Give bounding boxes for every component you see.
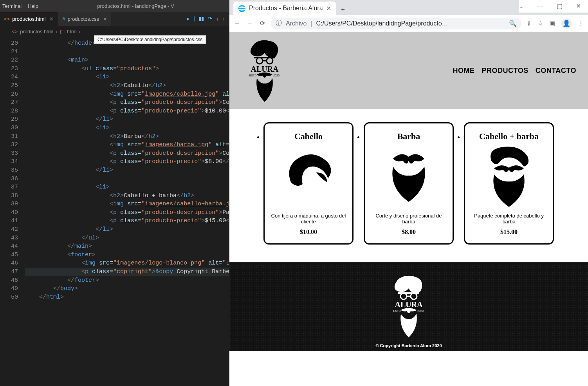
page-header: ALURA ESTD 2020 HOME PRODUCTOS CONTACTO [229, 32, 588, 109]
breadcrumb-file[interactable]: productos.html [20, 29, 53, 34]
chevron-down-icon[interactable]: ⌄ [519, 2, 524, 10]
svg-text:ALURA: ALURA [251, 65, 279, 73]
product-price: $10.00 [269, 228, 348, 236]
product-image [470, 147, 548, 206]
close-icon[interactable]: ✕ [326, 5, 331, 12]
menu-help[interactable]: Help [28, 3, 38, 9]
window-controls: ⌄ — ▢ ✕ [519, 0, 588, 13]
url-text: C:/Users/PC/Desktop/landidngPage/product… [316, 20, 505, 27]
svg-text:2020: 2020 [417, 310, 424, 312]
tab-label: productos.html [12, 16, 45, 22]
minimize-button[interactable]: — [537, 2, 543, 9]
chevron-right-icon: › [79, 29, 80, 34]
code-editor[interactable]: 2021222324252627282930313233343536373839… [0, 37, 229, 386]
new-tab-button[interactable]: ＋ [337, 4, 348, 15]
svg-text:2020: 2020 [273, 74, 280, 77]
product-description: Paquete completo de cabello y barba [470, 213, 548, 225]
html-element-icon: ⬚ [60, 29, 65, 34]
window-title: productos.html - landidngPage - V [45, 3, 227, 9]
page-footer: ALURA ESTD 2020 © Copyright Barbería Alu… [229, 262, 588, 351]
svg-text:ESTD: ESTD [393, 310, 401, 312]
product-description: Corte y diseño profesional de barba [370, 213, 448, 225]
product-image [370, 147, 448, 206]
line-number-gutter: 2021222324252627282930313233343536373839… [0, 39, 25, 386]
nav-contacto[interactable]: CONTACTO [536, 67, 576, 75]
info-icon[interactable]: ⓘ [276, 19, 282, 27]
tab-title: Productos - Barbería Alura [249, 5, 323, 12]
debug-step-out-icon[interactable]: ↑ [223, 16, 225, 22]
chevron-right-icon: › [56, 29, 57, 34]
product-card: BarbaCorte y diseño profesional de barba… [364, 122, 454, 245]
kebab-menu-icon[interactable]: ⋮ [578, 20, 584, 27]
product-title: Cabello + barba [470, 131, 548, 141]
product-card: CabelloCon tijera o máquina, a gusto del… [263, 122, 354, 245]
main-nav: HOME PRODUCTOS CONTACTO [453, 67, 576, 75]
tab-productos-css[interactable]: # productos.css ✕ [58, 12, 111, 26]
chrome-window: 🌐 Productos - Barbería Alura ✕ ＋ ⌄ — ▢ ✕… [229, 0, 588, 386]
chrome-toolbar: ← → ⟳ ⓘ Archivo | C:/Users/PC/Desktop/la… [229, 15, 588, 32]
globe-icon: 🌐 [238, 5, 246, 12]
svg-point-2 [267, 58, 273, 64]
back-button[interactable]: ← [233, 20, 241, 27]
extensions-icon[interactable]: ▣ [549, 20, 555, 27]
vscode-window: Terminal Help productos.html - landidngP… [0, 0, 229, 386]
copyright-text: © Copyright Barbería Alura 2020 [229, 343, 588, 348]
address-bar[interactable]: ⓘ Archivo | C:/Users/PC/Desktop/landidng… [271, 18, 521, 29]
svg-point-9 [411, 293, 417, 299]
product-price: $15.00 [470, 228, 548, 236]
nav-home[interactable]: HOME [453, 67, 474, 75]
product-price: $8.00 [370, 228, 448, 236]
product-image [269, 147, 348, 206]
reload-button[interactable]: ⟳ [258, 20, 266, 27]
url-prefix: Archivo [286, 20, 307, 27]
product-title: Barba [370, 131, 448, 141]
rendered-page[interactable]: ALURA ESTD 2020 HOME PRODUCTOS CONTACTO … [229, 32, 588, 386]
product-description: Con tijera o máquina, a gusto del client… [269, 213, 348, 225]
share-icon[interactable]: ⇪ [526, 20, 531, 27]
toolbar-right: ⇪ ☆ ▣ 👤 ⋮ [526, 18, 584, 29]
html-file-icon: <> [12, 29, 18, 34]
maximize-button[interactable]: ▢ [557, 2, 563, 10]
debug-pause-icon[interactable]: ▮▮ [198, 16, 204, 22]
bookmark-icon[interactable]: ☆ [537, 20, 543, 27]
profile-avatar[interactable]: 👤 [561, 18, 572, 29]
breadcrumb: <> productos.html › ⬚ html › C:\Users\PC… [0, 26, 229, 37]
debug-toolbar: ▸⎹ ▮▮ ↷ ↓ ↑ [187, 16, 229, 22]
menu-terminal[interactable]: Terminal [2, 3, 22, 9]
close-icon[interactable]: ✕ [49, 16, 54, 22]
svg-point-1 [256, 58, 263, 64]
breadcrumb-segment[interactable]: html [67, 29, 77, 34]
brand-logo: ALURA ESTD 2020 [241, 37, 288, 104]
debug-step-over-icon[interactable]: ↷ [208, 16, 212, 22]
css-file-icon: # [62, 16, 65, 22]
product-title: Cabello [269, 131, 348, 141]
alura-logo-icon: ALURA ESTD 2020 [243, 37, 286, 104]
nav-productos[interactable]: PRODUCTOS [482, 67, 528, 75]
html-file-icon: <> [4, 16, 10, 22]
debug-step-into-icon[interactable]: ↓ [216, 16, 219, 22]
footer-logo: ALURA ESTD 2020 [229, 273, 588, 339]
chrome-tabbar: 🌐 Productos - Barbería Alura ✕ ＋ ⌄ — ▢ ✕ [229, 0, 588, 15]
alura-logo-white-icon: ALURA ESTD 2020 [387, 273, 430, 339]
tab-label: productos.css [68, 16, 99, 22]
debug-continue-icon[interactable]: ▸⎹ [187, 16, 195, 22]
browser-tab[interactable]: 🌐 Productos - Barbería Alura ✕ [233, 2, 336, 15]
product-list: CabelloCon tijera o máquina, a gusto del… [229, 109, 588, 262]
code-content[interactable]: </header> <main> <ul class="productos"> … [25, 39, 229, 386]
product-card: Cabello + barbaPaquete completo de cabel… [464, 122, 554, 245]
close-button[interactable]: ✕ [576, 2, 581, 10]
file-path-tooltip: C:\Users\PC\Desktop\landidngPage\product… [94, 35, 206, 44]
search-icon[interactable]: 🔍 [509, 20, 517, 27]
close-icon[interactable]: ✕ [103, 16, 107, 22]
svg-text:ALURA: ALURA [395, 300, 423, 309]
vscode-menubar: Terminal Help productos.html - landidngP… [0, 0, 229, 12]
svg-point-8 [400, 293, 407, 299]
svg-text:ESTD: ESTD [249, 74, 257, 77]
forward-button[interactable]: → [246, 20, 254, 27]
tab-productos-html[interactable]: <> productos.html ✕ [0, 12, 58, 26]
editor-tabs: <> productos.html ✕ # productos.css ✕ ▸⎹… [0, 12, 229, 26]
